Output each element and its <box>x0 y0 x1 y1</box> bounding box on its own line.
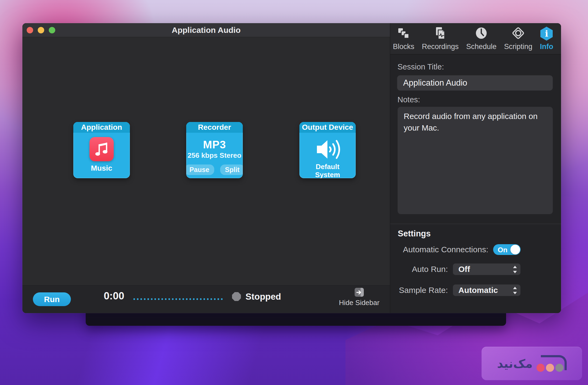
sample-rate-row: Sample Rate: Automatic <box>399 284 521 296</box>
music-app-icon <box>89 137 114 161</box>
app-window: Application Audio Application <box>22 23 561 313</box>
tab-scripting-label: Scripting <box>504 43 532 51</box>
notes-textarea[interactable]: Record audio from any application on you… <box>397 107 553 214</box>
settings-heading: Settings <box>398 229 431 239</box>
sample-rate-value: Automatic <box>458 286 498 295</box>
tab-info[interactable]: i Info <box>540 26 553 54</box>
auto-run-label: Auto Run: <box>412 265 448 274</box>
recorder-block-header: Recorder <box>186 122 243 133</box>
connection-arrows <box>242 159 300 167</box>
schedule-icon <box>474 26 488 41</box>
watermark-text: مک‌نید <box>497 357 532 370</box>
tab-schedule-label: Schedule <box>466 43 497 51</box>
auto-run-select[interactable]: Off <box>453 263 521 275</box>
recorder-detail: 256 kbps Stereo <box>188 151 241 160</box>
recorder-format: MP3 <box>203 139 226 151</box>
level-dots <box>133 298 223 300</box>
tab-blocks-label: Blocks <box>393 43 414 51</box>
minimize-button[interactable] <box>38 27 44 33</box>
info-icon: i <box>540 26 553 41</box>
stepper-icon <box>513 286 517 295</box>
tab-blocks[interactable]: Blocks <box>393 26 414 54</box>
toggle-on-label: On <box>498 246 507 254</box>
stepper-icon <box>513 265 517 274</box>
automatic-connections-row: Automatic Connections: On <box>403 244 521 255</box>
hide-sidebar-button[interactable]: Hide Sidebar <box>332 288 386 307</box>
automatic-connections-label: Automatic Connections: <box>403 245 488 254</box>
zoom-button[interactable] <box>49 27 55 33</box>
window-title: Application Audio <box>22 23 390 37</box>
speaker-icon <box>314 138 342 161</box>
pause-button[interactable]: Pause <box>186 164 214 175</box>
auto-run-row: Auto Run: Off <box>412 263 521 275</box>
connection-arrows <box>129 159 187 167</box>
tab-recordings-label: Recordings <box>422 43 459 51</box>
application-source-label: Music <box>91 164 112 173</box>
window-titlebar: Application Audio <box>22 23 390 37</box>
output-block-header: Output Device <box>299 122 356 133</box>
output-device-block[interactable]: Output Device Default System Output <box>299 122 356 178</box>
sidebar-divider <box>390 224 561 224</box>
tab-scripting[interactable]: Scripting <box>504 26 532 54</box>
session-title-label: Session Title: <box>397 62 444 71</box>
traffic-lights <box>27 23 55 37</box>
sample-rate-label: Sample Rate: <box>399 286 448 295</box>
music-note-glyph <box>94 141 109 157</box>
notes-label: Notes: <box>397 95 420 104</box>
automatic-connections-toggle[interactable]: On <box>493 244 521 255</box>
application-block-header: Application <box>73 122 130 133</box>
close-button[interactable] <box>27 27 33 33</box>
run-button[interactable]: Run <box>33 292 71 306</box>
hide-sidebar-icon <box>355 288 364 297</box>
split-button[interactable]: Split <box>220 164 243 175</box>
tab-info-label: Info <box>540 43 553 51</box>
auto-run-value: Off <box>458 265 470 274</box>
scripting-icon <box>511 26 525 41</box>
session-timer: 0:00 <box>95 290 133 302</box>
hide-sidebar-label: Hide Sidebar <box>339 299 379 307</box>
session-title-input[interactable] <box>397 75 553 91</box>
sidebar-tabbar: Blocks Recordings <box>390 23 561 54</box>
recorder-block[interactable]: Recorder MP3 256 kbps Stereo Pause Split <box>186 122 243 178</box>
toggle-knob <box>510 245 520 254</box>
stopped-icon <box>232 292 241 301</box>
output-device-label: Default System Output <box>303 163 352 178</box>
transport-bar: Run 0:00 Stopped Hide Sidebar <box>22 285 390 313</box>
tab-schedule[interactable]: Schedule <box>466 26 497 54</box>
application-block[interactable]: Application Music <box>73 122 130 178</box>
watermark-logo-icon <box>537 355 567 372</box>
recordings-icon <box>433 26 447 41</box>
blocks-icon <box>397 26 411 41</box>
sidebar: Blocks Recordings <box>390 23 561 313</box>
watermark-badge: مک‌نید <box>482 347 582 380</box>
sample-rate-select[interactable]: Automatic <box>453 284 521 296</box>
desktop: Application Audio Application <box>0 0 588 385</box>
notes-text: Record audio from any application on you… <box>404 111 547 134</box>
tab-recordings[interactable]: Recordings <box>422 26 459 54</box>
status-label: Stopped <box>245 292 281 302</box>
session-canvas: Application Music <box>22 37 390 285</box>
